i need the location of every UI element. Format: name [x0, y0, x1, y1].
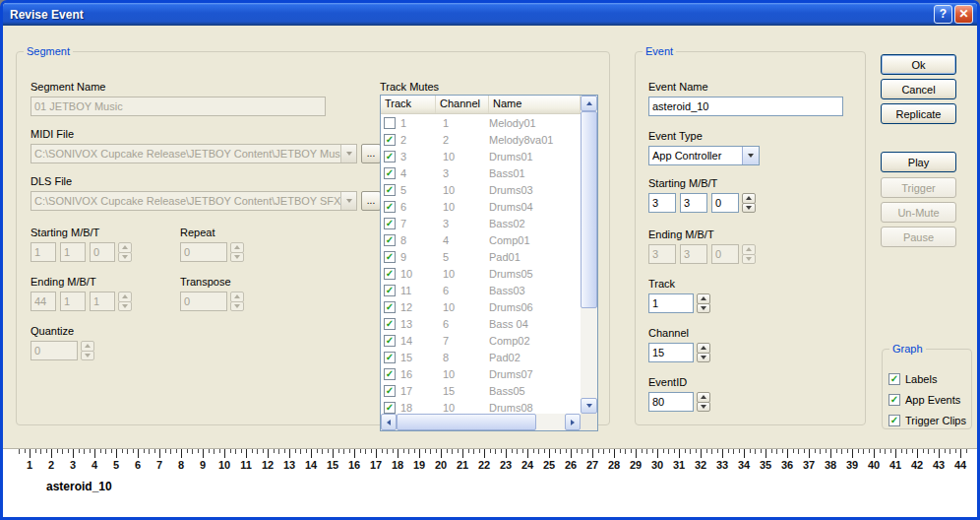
horizontal-scroll-thumb[interactable]: [397, 414, 536, 430]
graph-option-app-events[interactable]: ✓App Events: [888, 389, 969, 410]
ruler-beat-37[interactable]: 37: [798, 449, 820, 475]
mute-checkbox-checked[interactable]: ✓: [384, 167, 396, 179]
replicate-button[interactable]: Replicate: [881, 103, 956, 124]
mute-checkbox-checked[interactable]: ✓: [384, 335, 396, 347]
mute-checkbox-checked[interactable]: ✓: [384, 234, 396, 246]
graph-option-labels[interactable]: ✓Labels: [888, 368, 969, 389]
scroll-down-button[interactable]: [581, 398, 597, 414]
ruler-beat-16[interactable]: 16: [343, 449, 365, 475]
track-mute-row[interactable]: ✓22Melody8va01: [381, 131, 581, 148]
mute-checkbox-checked[interactable]: ✓: [384, 352, 396, 363]
ruler-beat-23[interactable]: 23: [495, 449, 517, 475]
ruler-beat-1[interactable]: 1: [19, 449, 40, 475]
ruler-beat-27[interactable]: 27: [582, 449, 603, 475]
track-mute-row[interactable]: ✓147Comp02: [381, 332, 581, 349]
help-button[interactable]: ?: [934, 5, 952, 24]
ruler-beat-15[interactable]: 15: [322, 449, 343, 475]
channel-spinner[interactable]: [697, 343, 710, 362]
mute-checkbox-checked[interactable]: ✓: [384, 184, 396, 196]
track-mute-row[interactable]: ✓95Pad01: [381, 248, 581, 265]
event-id-input[interactable]: [648, 392, 694, 412]
column-header-track[interactable]: Track: [381, 96, 436, 113]
ruler-beat-33[interactable]: 33: [711, 449, 733, 475]
ruler-beat-5[interactable]: 5: [105, 449, 127, 475]
spinner-down-icon[interactable]: [697, 402, 710, 413]
spinner-down-icon[interactable]: [697, 353, 710, 363]
track-mute-row[interactable]: ✓1210Drums06: [381, 298, 581, 315]
close-button[interactable]: ✕: [954, 5, 973, 24]
vertical-scrollbar[interactable]: [581, 96, 597, 414]
ruler-beat-20[interactable]: 20: [430, 449, 452, 475]
checkbox[interactable]: ✓: [888, 394, 900, 406]
track-mute-row[interactable]: ✓136Bass 04: [381, 315, 581, 332]
mute-checkbox-checked[interactable]: ✓: [384, 151, 396, 162]
spinner-down-icon[interactable]: [742, 203, 756, 214]
track-mute-row[interactable]: ✓43Bass01: [381, 164, 581, 181]
spinner-up-icon[interactable]: [697, 293, 710, 304]
event-type-select[interactable]: App Controller: [648, 146, 760, 165]
ruler-beat-42[interactable]: 42: [906, 449, 928, 475]
dropdown-arrow-icon[interactable]: [742, 147, 759, 164]
track-mute-row[interactable]: 11Melody01: [381, 114, 581, 131]
ruler-beat-21[interactable]: 21: [452, 449, 473, 475]
event-id-spinner[interactable]: [697, 392, 710, 412]
ruler-beat-24[interactable]: 24: [517, 449, 538, 475]
ruler-beat-36[interactable]: 36: [776, 449, 798, 475]
mute-checkbox-checked[interactable]: ✓: [384, 268, 396, 280]
ruler-beat-26[interactable]: 26: [560, 449, 582, 475]
mute-checkbox-checked[interactable]: ✓: [384, 368, 396, 380]
timeline-event-label[interactable]: asteroid_10: [46, 480, 112, 493]
mute-checkbox-checked[interactable]: ✓: [384, 402, 396, 414]
track-input[interactable]: [648, 293, 694, 313]
ruler-beat-31[interactable]: 31: [668, 449, 690, 475]
ruler-beat-13[interactable]: 13: [278, 449, 300, 475]
track-mute-row[interactable]: ✓1810Drums08: [381, 399, 581, 414]
play-button[interactable]: Play: [881, 152, 956, 172]
ruler-beat-44[interactable]: 44: [949, 449, 971, 475]
track-mute-row[interactable]: ✓73Bass02: [381, 215, 581, 231]
mute-checkbox-checked[interactable]: ✓: [384, 301, 396, 313]
ruler-beat-30[interactable]: 30: [646, 449, 668, 475]
track-mute-row[interactable]: ✓158Pad02: [381, 349, 581, 365]
track-mute-row[interactable]: ✓1010Drums05: [381, 265, 581, 282]
scroll-track[interactable]: [581, 308, 597, 398]
event-name-input[interactable]: [648, 97, 843, 116]
event-start-spinner[interactable]: [742, 193, 756, 213]
event-start-beat-input[interactable]: [680, 193, 707, 213]
ruler-beat-25[interactable]: 25: [538, 449, 560, 475]
ruler-beat-38[interactable]: 38: [820, 449, 841, 475]
mute-checkbox-checked[interactable]: ✓: [384, 385, 396, 397]
dls-file-browse-button[interactable]: ...: [361, 191, 381, 211]
track-mute-row[interactable]: ✓1715Bass05: [381, 382, 581, 399]
ruler-beat-14[interactable]: 14: [300, 449, 322, 475]
ok-button[interactable]: Ok: [881, 54, 956, 75]
track-mute-row[interactable]: ✓610Drums04: [381, 198, 581, 215]
spinner-up-icon[interactable]: [697, 392, 710, 403]
track-mute-row[interactable]: ✓1610Drums07: [381, 365, 581, 382]
ruler-beat-10[interactable]: 10: [214, 449, 235, 475]
cancel-button[interactable]: Cancel: [881, 79, 956, 99]
ruler-beat-6[interactable]: 6: [127, 449, 149, 475]
ruler-beat-34[interactable]: 34: [733, 449, 755, 475]
ruler-beat-17[interactable]: 17: [365, 449, 387, 475]
ruler-beat-22[interactable]: 22: [473, 449, 495, 475]
ruler-beat-35[interactable]: 35: [755, 449, 776, 475]
ruler-beat-40[interactable]: 40: [863, 449, 885, 475]
scroll-up-button[interactable]: [581, 96, 597, 111]
ruler-beat-28[interactable]: 28: [603, 449, 625, 475]
track-mute-row[interactable]: ✓116Bass03: [381, 282, 581, 298]
timeline[interactable]: 1234567891011121314151617181920212223242…: [3, 448, 977, 517]
channel-input[interactable]: [648, 343, 694, 362]
ruler-beat-9[interactable]: 9: [192, 449, 214, 475]
track-mute-row[interactable]: ✓84Comp01: [381, 231, 581, 248]
track-mute-row[interactable]: ✓510Drums03: [381, 181, 581, 198]
ruler-beat-18[interactable]: 18: [387, 449, 408, 475]
mute-checkbox-unchecked[interactable]: [384, 117, 396, 129]
ruler-beat-39[interactable]: 39: [841, 449, 863, 475]
event-start-measure-input[interactable]: [648, 193, 676, 213]
track-mute-row[interactable]: ✓310Drums01: [381, 148, 581, 164]
midi-file-browse-button[interactable]: ...: [361, 144, 381, 163]
title-bar[interactable]: Revise Event ? ✕: [3, 3, 977, 26]
ruler-beat-3[interactable]: 3: [62, 449, 84, 475]
spinner-up-icon[interactable]: [697, 343, 710, 354]
